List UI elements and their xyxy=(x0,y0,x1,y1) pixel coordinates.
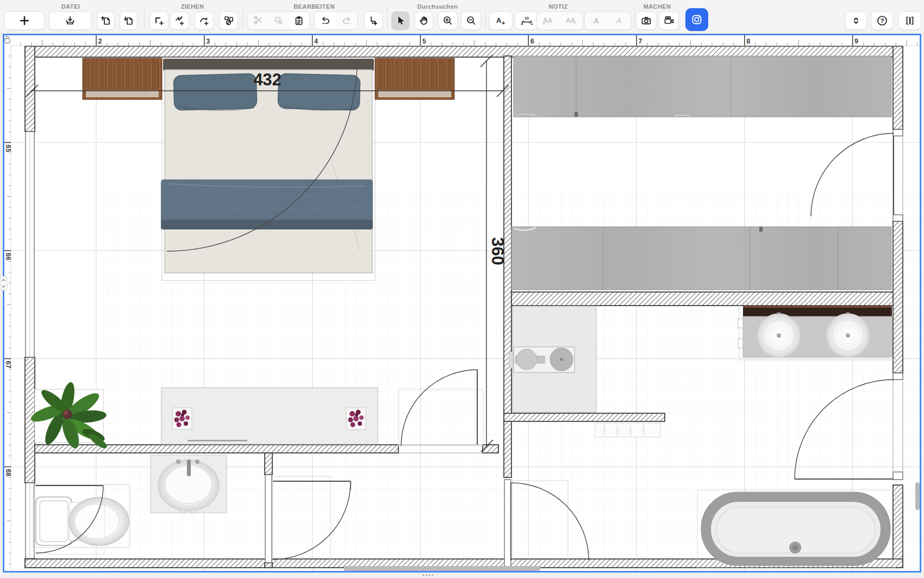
polyline-plus-icon xyxy=(174,15,185,26)
wardrobe-top[interactable] xyxy=(514,56,891,117)
vertical-scrollbar[interactable] xyxy=(915,482,920,510)
copy-icon xyxy=(274,16,284,26)
split-view-button[interactable] xyxy=(898,11,921,30)
svg-text:−: − xyxy=(574,21,577,26)
import-plan-button[interactable] xyxy=(120,11,138,30)
instagram-icon xyxy=(691,14,703,26)
snap-shapes-button[interactable] xyxy=(219,11,238,30)
italic-button[interactable]: A xyxy=(608,12,630,29)
chevron-updown-icon xyxy=(851,15,861,26)
instagram-share-button[interactable] xyxy=(685,8,708,31)
svg-text:+: + xyxy=(542,21,545,26)
dimension-360-label: 360 xyxy=(488,237,507,265)
history-group xyxy=(314,11,358,30)
columns-icon xyxy=(904,15,915,26)
snapshot-button[interactable] xyxy=(636,11,657,30)
zoom-in-button[interactable] xyxy=(438,11,458,30)
group-label-notiz: NOTIZ xyxy=(549,3,568,10)
wardrobe-middle[interactable] xyxy=(511,227,891,290)
undo-icon xyxy=(320,15,331,26)
left-ruler-label: 68 xyxy=(4,469,12,476)
toolbar: DATEI ZIEHEN BEARBEITEN Durchsuchen NOTI… xyxy=(0,0,924,33)
basin-faucet xyxy=(187,459,191,476)
export-plan-button[interactable] xyxy=(97,11,115,30)
undo-button[interactable] xyxy=(315,12,336,29)
group-label-datei: DATEI xyxy=(61,3,80,10)
add-dimension-button[interactable]: 10 + + xyxy=(515,11,538,30)
group-label-durchsuchen: Durchsuchen xyxy=(417,3,458,10)
zoom-in-icon xyxy=(442,15,453,26)
video-camera-icon xyxy=(664,15,675,26)
new-button[interactable] xyxy=(4,11,45,30)
top-ruler-label: 8 xyxy=(746,38,750,45)
potted-plant[interactable] xyxy=(29,381,109,450)
walkthrough-button[interactable] xyxy=(659,11,679,30)
svg-text:A: A xyxy=(616,16,621,25)
font-smaller-button[interactable]: AA − xyxy=(560,12,583,29)
bold-a-icon: A xyxy=(592,15,601,26)
draw-wall-button[interactable] xyxy=(149,11,168,30)
bed-blanket xyxy=(161,179,373,229)
top-ruler-label: 9 xyxy=(854,38,858,45)
svg-text:10: 10 xyxy=(525,16,529,20)
camera-icon xyxy=(641,15,652,26)
radiator[interactable] xyxy=(595,423,660,437)
left-ruler-label: 66 xyxy=(4,253,12,260)
group-label-machen: MACHEN xyxy=(644,3,671,10)
shapes-slash-icon xyxy=(223,15,234,26)
curve-plus-icon xyxy=(199,15,210,26)
top-ruler-label: 2 xyxy=(98,38,102,45)
bed-headboard xyxy=(163,59,374,71)
wall-plus-icon xyxy=(154,15,165,26)
font-larger-button[interactable]: AA + xyxy=(537,12,560,29)
bathtub[interactable] xyxy=(697,490,895,568)
nightstand-right[interactable] xyxy=(375,58,454,100)
top-ruler-label: 5 xyxy=(422,38,426,45)
floorplan-canvas[interactable]: 432 360 23456789 65666768 xyxy=(0,0,924,578)
save-button[interactable] xyxy=(49,11,91,30)
pan-tool-button[interactable] xyxy=(415,11,433,30)
help-button[interactable]: ? xyxy=(871,11,893,30)
cursor-icon xyxy=(395,15,406,26)
clipboard-icon xyxy=(294,16,304,26)
group-label-ziehen: ZIEHEN xyxy=(181,3,204,10)
paste-button[interactable] xyxy=(289,12,309,29)
redo-button[interactable] xyxy=(336,12,357,29)
svg-text:+: + xyxy=(502,20,505,26)
sideboard[interactable] xyxy=(161,388,378,444)
font-increase-icon: AA + xyxy=(541,15,555,26)
flower-right xyxy=(346,408,366,430)
redo-icon xyxy=(341,15,352,26)
draw-curve-button[interactable] xyxy=(195,11,214,30)
dimension-ten-icon: 10 + + xyxy=(520,15,533,26)
svg-text:A: A xyxy=(594,16,599,25)
add-text-button[interactable]: A + xyxy=(489,11,513,30)
file-export-icon xyxy=(101,15,111,26)
horizontal-scrollbar[interactable] xyxy=(344,566,540,571)
add-furniture-button[interactable] xyxy=(364,11,383,30)
file-import-icon xyxy=(123,15,134,26)
nightstand-left[interactable] xyxy=(83,58,162,100)
left-ruler-label: 65 xyxy=(4,145,12,152)
clipboard-group xyxy=(247,11,310,30)
select-tool-button[interactable] xyxy=(391,11,409,30)
italic-a-icon: A xyxy=(615,15,623,26)
zoom-out-icon xyxy=(466,15,477,26)
wash-basin[interactable] xyxy=(151,455,227,513)
zoom-out-button[interactable] xyxy=(461,11,481,30)
left-edge-toggle[interactable] xyxy=(0,276,7,290)
hand-icon xyxy=(419,15,429,26)
draw-polyline-button[interactable] xyxy=(170,11,189,30)
double-sink-vanity[interactable] xyxy=(738,302,896,360)
collapse-toolbar-button[interactable] xyxy=(845,11,867,30)
laundry-cabinet[interactable] xyxy=(509,306,596,412)
bold-button[interactable]: A xyxy=(585,12,608,29)
copy-button[interactable] xyxy=(269,12,289,29)
scissors-icon xyxy=(253,16,263,26)
cut-button[interactable] xyxy=(248,12,269,29)
svg-text:+: + xyxy=(521,22,523,26)
save-tray-icon xyxy=(65,15,76,26)
font-style-group: A A xyxy=(584,11,631,30)
text-plus-icon: A + xyxy=(495,15,508,26)
chair-plus-icon xyxy=(368,15,379,26)
